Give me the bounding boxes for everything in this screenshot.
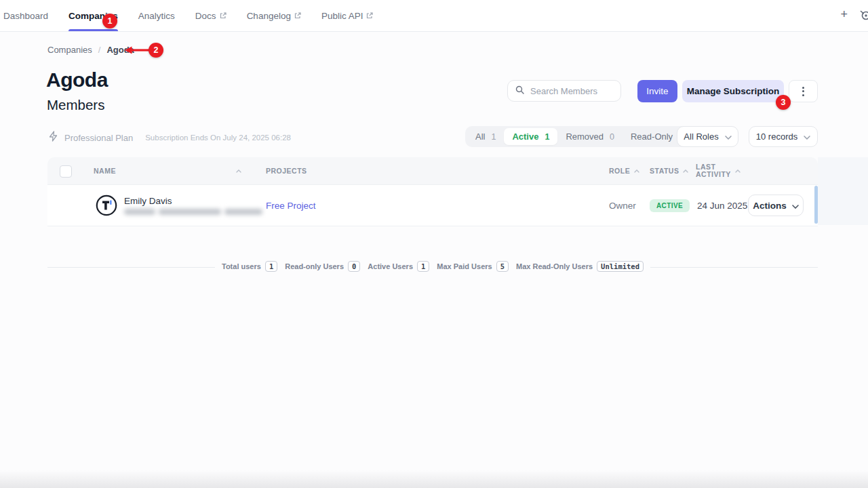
breadcrumb: Companies / Agoda [47,45,134,55]
magnifier-icon[interactable] [860,9,868,23]
tab-active-count: 1 [545,132,549,142]
search-members-box[interactable] [507,80,621,102]
chevron-down-icon [792,201,799,211]
chevron-down-icon [804,131,810,142]
members-table: NAME PROJECTS ROLE STATUS LAST ACTIVITY [47,157,818,226]
table-row[interactable]: Emily Davis Free Project Owner ACTIVE 24… [47,184,818,226]
member-name-cell: Emily Davis [124,185,262,226]
tab-removed[interactable]: Removed 0 [557,128,623,145]
annotation-badge-3: 3 [776,95,791,110]
last-activity-value: 24 Jun 2025 [697,201,747,211]
external-link-icon [366,11,373,21]
table-scrollbar[interactable] [814,186,818,224]
breadcrumb-companies[interactable]: Companies [47,45,92,55]
page-subtitle: Members [47,97,104,113]
last-activity-cell: 24 Jun 2025 [697,185,747,226]
nav-label: Analytics [138,11,175,21]
sort-caret-icon [683,169,688,173]
status-badge: ACTIVE [650,199,690,212]
tab-all-count: 1 [491,132,496,142]
bolt-icon [48,131,58,144]
nav-label: Public API [321,11,363,21]
nav-item-public-api[interactable]: Public API [321,0,374,31]
top-navigation: Dashboard Companies Analytics Docs Chang… [0,0,868,32]
nav-item-changelog[interactable]: Changelog [247,0,301,31]
role-cell: Owner [609,185,636,226]
project-link[interactable]: Free Project [266,201,316,211]
chevron-down-icon [725,131,732,142]
status-cell: ACTIVE [650,185,690,226]
stat-read-only-users: Read-only Users 0 [285,261,360,272]
annotation-badge-1: 1 [102,14,117,28]
tab-all[interactable]: All 1 [467,128,504,145]
select-all-checkbox[interactable] [60,165,72,178]
nav-label: Docs [195,11,216,21]
app-page: Dashboard Companies Analytics Docs Chang… [0,0,868,488]
tab-active[interactable]: Active 1 [504,128,557,145]
search-icon [515,85,524,97]
breadcrumb-separator: / [98,45,101,55]
plan-row: Professional Plan Subscription Ends On J… [48,131,291,144]
page-title: Agoda [46,68,108,92]
stat-total-users: Total users 1 [222,261,277,272]
column-name[interactable]: NAME [94,157,116,184]
stat-max-read-only-users: Max Read-Only Users Unlimited [516,261,644,272]
manage-subscription-button[interactable]: Manage Subscription [682,80,784,102]
kebab-icon [802,87,804,89]
nav-item-analytics[interactable]: Analytics [138,0,175,31]
search-members-input[interactable] [529,85,613,97]
column-role[interactable]: ROLE [609,157,639,184]
invite-button[interactable]: Invite [637,80,677,102]
bottom-shadow [0,470,868,488]
role-value: Owner [609,201,636,211]
records-per-page-dropdown[interactable]: 10 records [749,126,818,147]
sort-caret-icon[interactable] [236,157,241,184]
column-status[interactable]: STATUS [650,157,688,184]
table-header: NAME PROJECTS ROLE STATUS LAST ACTIVITY [47,157,818,184]
table-scroll-track [818,157,868,225]
avatar [96,195,117,216]
annotation-arrow [124,45,150,58]
subscription-note: Subscription Ends On July 24, 2025 06:28 [145,134,291,142]
column-projects[interactable]: PROJECTS [266,157,307,184]
footer-stats: Total users 1 Read-only Users 0 Active U… [215,261,650,272]
project-cell: Free Project [266,185,316,226]
actions-button[interactable]: Actions [748,195,804,216]
sort-caret-icon [634,169,639,173]
tab-removed-count: 0 [610,132,614,142]
sort-caret-icon [735,169,741,173]
plan-name: Professional Plan [64,133,133,143]
nav-item-dashboard[interactable]: Dashboard [3,0,48,31]
nav-item-docs[interactable]: Docs [195,0,226,31]
status-filter-tabs: All 1 Active 1 Removed 0 Read-Only 0 [465,126,694,147]
stat-active-users: Active Users 1 [368,261,429,272]
external-link-icon [220,11,226,21]
member-name: Emily Davis [124,196,172,206]
external-link-icon [294,11,301,21]
column-last-activity[interactable]: LAST ACTIVITY [696,157,741,184]
annotation-badge-2: 2 [149,43,163,58]
plus-icon[interactable]: + [840,7,848,22]
roles-dropdown[interactable]: All Roles [677,126,738,147]
nav-label: Dashboard [3,11,48,21]
stat-max-paid-users: Max Paid Users 5 [437,261,509,272]
redacted-email [124,209,262,215]
more-actions-kebab-button[interactable] [789,80,818,102]
nav-label: Changelog [247,11,291,21]
